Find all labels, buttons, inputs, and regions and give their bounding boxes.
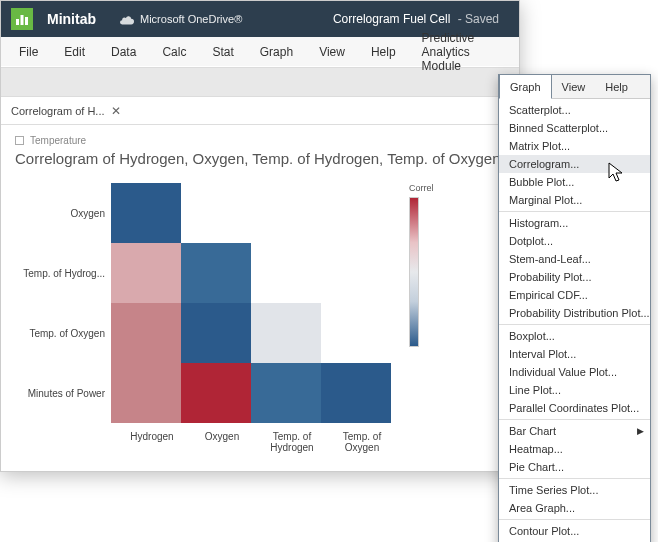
menu-item[interactable]: Contour Plot... xyxy=(499,522,650,540)
heatmap-cell xyxy=(111,303,181,363)
chart-output: Temperature Correlogram of Hydrogen, Oxy… xyxy=(1,125,519,471)
svg-rect-0 xyxy=(16,19,19,25)
heatmap-cell xyxy=(111,363,181,423)
dd-tab-graph[interactable]: Graph xyxy=(499,75,552,99)
y-label: Minutes of Power xyxy=(28,363,105,423)
document-title: Correlogram Fuel Cell - Saved xyxy=(333,12,499,26)
menu-item[interactable]: Bubble Plot... xyxy=(499,173,650,191)
heatmap-grid xyxy=(111,183,391,423)
app-logo xyxy=(11,8,33,30)
expand-icon xyxy=(15,136,24,145)
heatmap-cell xyxy=(321,243,391,303)
menubar: File Edit Data Calc Stat Graph View Help… xyxy=(1,37,519,67)
menu-item[interactable]: Correlogram... xyxy=(499,155,650,173)
x-label: Oxygen xyxy=(187,431,257,453)
breadcrumb[interactable]: Temperature xyxy=(15,135,505,146)
heatmap-cell xyxy=(321,183,391,243)
menu-file[interactable]: File xyxy=(7,41,50,63)
menu-help[interactable]: Help xyxy=(359,41,408,63)
y-label: Temp. of Hydrog... xyxy=(23,243,105,303)
close-icon[interactable]: ✕ xyxy=(111,104,121,118)
menu-edit[interactable]: Edit xyxy=(52,41,97,63)
heatmap-cell xyxy=(321,363,391,423)
heatmap-cell xyxy=(251,303,321,363)
cloud-icon xyxy=(120,14,134,25)
heatmap-cell xyxy=(321,303,391,363)
crumb-label: Temperature xyxy=(30,135,86,146)
heatmap-cell xyxy=(181,363,251,423)
menu-item[interactable]: Pie Chart... xyxy=(499,458,650,476)
y-axis-labels: Oxygen Temp. of Hydrog... Temp. of Oxyge… xyxy=(15,183,111,423)
graph-menu-dropdown: Graph View Help Scatterplot...Binned Sca… xyxy=(498,74,651,542)
storage-label: Microsoft OneDrive® xyxy=(140,13,242,25)
menu-item[interactable]: Parallel Coordinates Plot... xyxy=(499,399,650,417)
legend-title: Correl xyxy=(409,183,434,193)
app-window: Minitab Microsoft OneDrive® Correlogram … xyxy=(0,0,520,472)
dropdown-menubar: Graph View Help xyxy=(499,75,650,99)
tab-label: Correlogram of H... xyxy=(11,105,105,117)
menu-item[interactable]: Matrix Plot... xyxy=(499,137,650,155)
tab-correlogram[interactable]: Correlogram of H... ✕ xyxy=(1,100,131,122)
heatmap-cell xyxy=(251,363,321,423)
menu-separator xyxy=(499,211,650,212)
heatmap-cell xyxy=(251,243,321,303)
y-label: Temp. of Oxygen xyxy=(29,303,105,363)
menu-calc[interactable]: Calc xyxy=(150,41,198,63)
heatmap-cell xyxy=(251,183,321,243)
storage-indicator[interactable]: Microsoft OneDrive® xyxy=(120,13,242,25)
menu-item[interactable]: Histogram... xyxy=(499,214,650,232)
menu-data[interactable]: Data xyxy=(99,41,148,63)
dropdown-list: Scatterplot...Binned Scatterplot...Matri… xyxy=(499,99,650,542)
saved-indicator: - Saved xyxy=(454,12,499,26)
x-label: Temp. of Hydrogen xyxy=(257,431,327,453)
menu-separator xyxy=(499,478,650,479)
x-label: Hydrogen xyxy=(117,431,187,453)
brand-label: Minitab xyxy=(47,11,96,27)
menu-stat[interactable]: Stat xyxy=(200,41,245,63)
menu-item[interactable]: Stem-and-Leaf... xyxy=(499,250,650,268)
menu-separator xyxy=(499,324,650,325)
heatmap-cell xyxy=(181,183,251,243)
color-legend: Correl xyxy=(409,183,434,423)
menu-separator xyxy=(499,419,650,420)
menu-view[interactable]: View xyxy=(307,41,357,63)
correlogram-chart: Oxygen Temp. of Hydrog... Temp. of Oxyge… xyxy=(15,183,505,423)
menu-item[interactable]: Marginal Plot... xyxy=(499,191,650,209)
x-label: Temp. of Oxygen xyxy=(327,431,397,453)
submenu-arrow-icon: ▶ xyxy=(637,426,644,436)
menu-item[interactable]: Interval Plot... xyxy=(499,345,650,363)
heatmap-cell xyxy=(181,303,251,363)
output-tabs: Correlogram of H... ✕ xyxy=(1,97,519,125)
menu-item[interactable]: Dotplot... xyxy=(499,232,650,250)
heatmap-cell xyxy=(181,243,251,303)
legend-gradient xyxy=(409,197,419,347)
menu-item[interactable]: Boxplot... xyxy=(499,327,650,345)
y-label: Oxygen xyxy=(71,183,105,243)
menu-item[interactable]: Empirical CDF... xyxy=(499,286,650,304)
menu-item[interactable]: Probability Plot... xyxy=(499,268,650,286)
menu-item[interactable]: Scatterplot... xyxy=(499,101,650,119)
dd-tab-help[interactable]: Help xyxy=(595,75,638,98)
menu-item[interactable]: Binned Scatterplot... xyxy=(499,119,650,137)
svg-rect-1 xyxy=(21,15,24,25)
menu-item[interactable]: Time Series Plot... xyxy=(499,481,650,499)
menu-item[interactable]: Area Graph... xyxy=(499,499,650,517)
dd-tab-view[interactable]: View xyxy=(552,75,596,98)
menu-separator xyxy=(499,519,650,520)
menu-item[interactable]: Individual Value Plot... xyxy=(499,363,650,381)
svg-rect-2 xyxy=(25,17,28,25)
chart-title: Correlogram of Hydrogen, Oxygen, Temp. o… xyxy=(15,150,505,167)
heatmap-cell xyxy=(111,183,181,243)
menu-item[interactable]: Line Plot... xyxy=(499,381,650,399)
menu-item[interactable]: Probability Distribution Plot... xyxy=(499,304,650,322)
heatmap-cell xyxy=(111,243,181,303)
x-axis-labels: Hydrogen Oxygen Temp. of Hydrogen Temp. … xyxy=(117,431,505,453)
menu-predictive[interactable]: Predictive Analytics Module xyxy=(410,27,513,77)
menu-item[interactable]: Heatmap... xyxy=(499,440,650,458)
menu-graph[interactable]: Graph xyxy=(248,41,305,63)
menu-item[interactable]: Bar Chart▶ xyxy=(499,422,650,440)
